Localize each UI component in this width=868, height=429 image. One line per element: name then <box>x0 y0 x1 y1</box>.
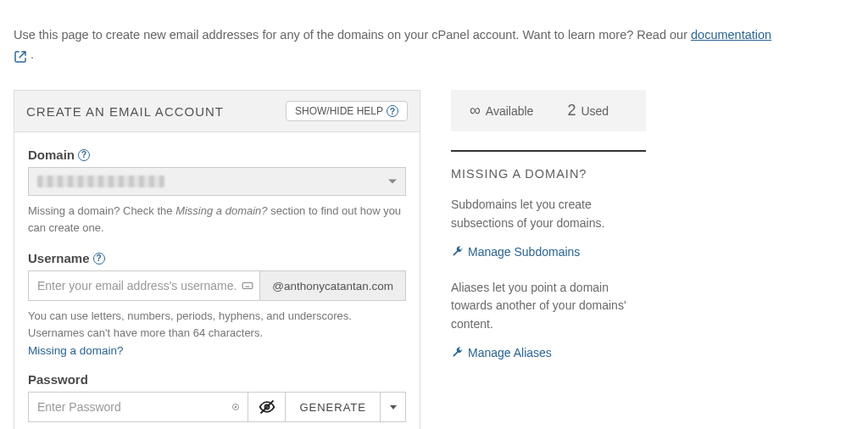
target-icon <box>230 401 242 413</box>
username-label: Username ? <box>28 251 406 265</box>
chevron-down-icon <box>390 405 397 410</box>
quota-stats: ∞ Available 2 Used <box>451 90 646 131</box>
domain-label: Domain ? <box>28 148 406 162</box>
manage-aliases-label: Manage Aliases <box>468 346 552 359</box>
generate-label: GENERATE <box>299 401 366 414</box>
toggle-help-button[interactable]: SHOW/HIDE HELP ? <box>286 101 408 121</box>
intro-text-before: Use this page to create new email addres… <box>14 28 691 42</box>
manage-subdomains-label: Manage Subdomains <box>468 245 580 259</box>
aliases-text: Aliases let you point a domain towards a… <box>451 279 637 334</box>
svg-rect-0 <box>242 283 253 289</box>
intro-period: . <box>27 47 34 61</box>
keyboard-icon <box>242 280 253 292</box>
missing-domain-link[interactable]: Missing a domain? <box>28 344 406 357</box>
help-icon[interactable]: ? <box>78 149 90 161</box>
help-icon[interactable]: ? <box>93 253 105 265</box>
reveal-password-button[interactable] <box>248 392 286 422</box>
missing-domain-heading: MISSING A DOMAIN? <box>451 167 688 181</box>
wrench-icon <box>451 347 463 359</box>
used-value: 2 <box>567 102 576 120</box>
manage-aliases-link[interactable]: Manage Aliases <box>451 346 552 359</box>
username-input[interactable] <box>28 270 260 301</box>
panel-heading: CREATE AN EMAIL ACCOUNT SHOW/HIDE HELP ? <box>14 91 420 132</box>
panel-title: CREATE AN EMAIL ACCOUNT <box>26 104 224 119</box>
generate-options-button[interactable] <box>381 392 406 422</box>
subdomains-text: Subdomains let you create subsections of… <box>451 196 637 232</box>
username-domain-suffix: @anthonycatantan.com <box>260 270 406 301</box>
svg-point-2 <box>236 407 237 409</box>
external-link-icon <box>14 50 27 64</box>
wrench-icon <box>451 246 463 258</box>
available-label: Available <box>486 104 534 118</box>
create-email-panel: CREATE AN EMAIL ACCOUNT SHOW/HIDE HELP ?… <box>14 90 420 429</box>
eye-off-icon <box>259 398 275 415</box>
used-label: Used <box>581 104 609 118</box>
domain-select[interactable] <box>28 167 406 196</box>
username-hint: You can use letters, numbers, periods, h… <box>28 308 406 341</box>
documentation-link[interactable]: documentation <box>691 28 771 42</box>
help-icon: ? <box>387 105 398 117</box>
toggle-help-label: SHOW/HIDE HELP <box>295 105 383 117</box>
stat-used: 2 Used <box>567 102 609 120</box>
intro-text: Use this page to create new email addres… <box>14 25 854 64</box>
password-input[interactable] <box>28 392 248 422</box>
manage-subdomains-link[interactable]: Manage Subdomains <box>451 245 580 259</box>
divider <box>451 150 646 152</box>
chevron-down-icon <box>388 180 397 184</box>
domain-hint: Missing a domain? Check the Missing a do… <box>28 203 406 236</box>
available-value: ∞ <box>470 102 481 120</box>
domain-value-redacted <box>37 176 164 187</box>
generate-password-button[interactable]: GENERATE <box>286 392 381 422</box>
sidebar: ∞ Available 2 Used MISSING A DOMAIN? Sub… <box>451 90 688 379</box>
stat-available: ∞ Available <box>470 102 533 120</box>
password-label: Password <box>28 372 406 387</box>
